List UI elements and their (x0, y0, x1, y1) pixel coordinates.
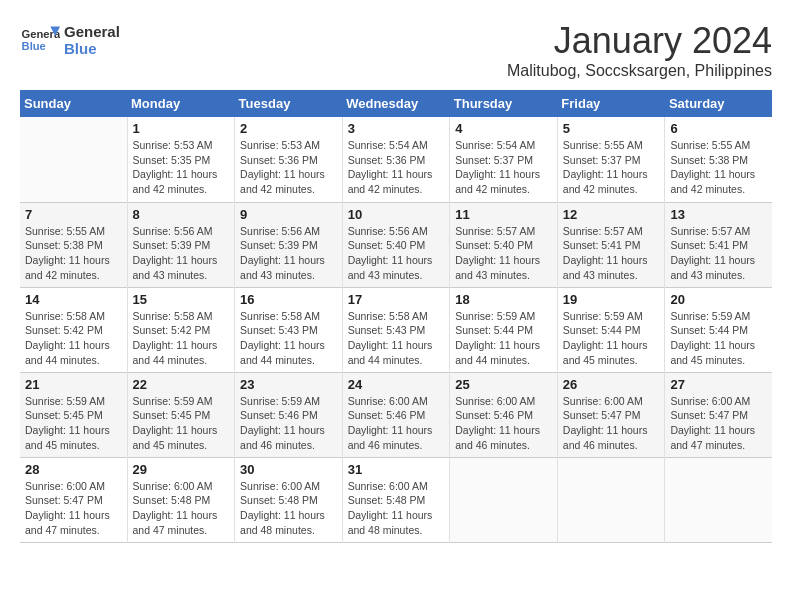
day-number: 27 (670, 377, 767, 392)
day-number: 22 (133, 377, 230, 392)
calendar-cell: 24Sunrise: 6:00 AM Sunset: 5:46 PM Dayli… (342, 372, 450, 457)
calendar-cell: 21Sunrise: 5:59 AM Sunset: 5:45 PM Dayli… (20, 372, 127, 457)
calendar-cell: 7Sunrise: 5:55 AM Sunset: 5:38 PM Daylig… (20, 202, 127, 287)
day-number: 21 (25, 377, 122, 392)
calendar-table: SundayMondayTuesdayWednesdayThursdayFrid… (20, 90, 772, 543)
calendar-cell: 31Sunrise: 6:00 AM Sunset: 5:48 PM Dayli… (342, 457, 450, 542)
calendar-cell: 18Sunrise: 5:59 AM Sunset: 5:44 PM Dayli… (450, 287, 558, 372)
calendar-cell: 28Sunrise: 6:00 AM Sunset: 5:47 PM Dayli… (20, 457, 127, 542)
day-number: 29 (133, 462, 230, 477)
calendar-cell: 19Sunrise: 5:59 AM Sunset: 5:44 PM Dayli… (557, 287, 665, 372)
day-detail: Sunrise: 5:59 AM Sunset: 5:45 PM Dayligh… (133, 394, 230, 453)
calendar-cell (665, 457, 772, 542)
col-header-thursday: Thursday (450, 90, 558, 117)
day-detail: Sunrise: 6:00 AM Sunset: 5:48 PM Dayligh… (133, 479, 230, 538)
calendar-cell: 26Sunrise: 6:00 AM Sunset: 5:47 PM Dayli… (557, 372, 665, 457)
day-number: 9 (240, 207, 337, 222)
day-detail: Sunrise: 5:55 AM Sunset: 5:38 PM Dayligh… (25, 224, 122, 283)
day-number: 14 (25, 292, 122, 307)
month-year-title: January 2024 (507, 20, 772, 62)
calendar-cell: 20Sunrise: 5:59 AM Sunset: 5:44 PM Dayli… (665, 287, 772, 372)
day-detail: Sunrise: 5:58 AM Sunset: 5:42 PM Dayligh… (133, 309, 230, 368)
day-number: 25 (455, 377, 552, 392)
calendar-cell: 14Sunrise: 5:58 AM Sunset: 5:42 PM Dayli… (20, 287, 127, 372)
calendar-cell (20, 117, 127, 202)
day-number: 4 (455, 121, 552, 136)
calendar-cell: 27Sunrise: 6:00 AM Sunset: 5:47 PM Dayli… (665, 372, 772, 457)
calendar-cell: 5Sunrise: 5:55 AM Sunset: 5:37 PM Daylig… (557, 117, 665, 202)
day-detail: Sunrise: 6:00 AM Sunset: 5:48 PM Dayligh… (348, 479, 445, 538)
day-detail: Sunrise: 5:57 AM Sunset: 5:41 PM Dayligh… (563, 224, 660, 283)
day-detail: Sunrise: 5:54 AM Sunset: 5:36 PM Dayligh… (348, 138, 445, 197)
day-detail: Sunrise: 5:58 AM Sunset: 5:43 PM Dayligh… (240, 309, 337, 368)
day-number: 28 (25, 462, 122, 477)
day-number: 6 (670, 121, 767, 136)
day-number: 19 (563, 292, 660, 307)
calendar-cell: 22Sunrise: 5:59 AM Sunset: 5:45 PM Dayli… (127, 372, 235, 457)
day-number: 23 (240, 377, 337, 392)
calendar-cell: 11Sunrise: 5:57 AM Sunset: 5:40 PM Dayli… (450, 202, 558, 287)
day-detail: Sunrise: 6:00 AM Sunset: 5:46 PM Dayligh… (455, 394, 552, 453)
day-number: 10 (348, 207, 445, 222)
col-header-tuesday: Tuesday (235, 90, 343, 117)
day-number: 7 (25, 207, 122, 222)
day-number: 20 (670, 292, 767, 307)
day-number: 5 (563, 121, 660, 136)
calendar-cell: 1Sunrise: 5:53 AM Sunset: 5:35 PM Daylig… (127, 117, 235, 202)
day-detail: Sunrise: 5:54 AM Sunset: 5:37 PM Dayligh… (455, 138, 552, 197)
day-detail: Sunrise: 5:59 AM Sunset: 5:44 PM Dayligh… (455, 309, 552, 368)
day-detail: Sunrise: 6:00 AM Sunset: 5:47 PM Dayligh… (25, 479, 122, 538)
day-detail: Sunrise: 5:56 AM Sunset: 5:39 PM Dayligh… (133, 224, 230, 283)
day-number: 31 (348, 462, 445, 477)
calendar-week-row: 28Sunrise: 6:00 AM Sunset: 5:47 PM Dayli… (20, 457, 772, 542)
day-number: 13 (670, 207, 767, 222)
logo-icon: General Blue (20, 20, 60, 60)
day-number: 18 (455, 292, 552, 307)
calendar-cell: 16Sunrise: 5:58 AM Sunset: 5:43 PM Dayli… (235, 287, 343, 372)
calendar-week-row: 14Sunrise: 5:58 AM Sunset: 5:42 PM Dayli… (20, 287, 772, 372)
calendar-cell: 13Sunrise: 5:57 AM Sunset: 5:41 PM Dayli… (665, 202, 772, 287)
day-detail: Sunrise: 5:55 AM Sunset: 5:37 PM Dayligh… (563, 138, 660, 197)
day-number: 16 (240, 292, 337, 307)
col-header-sunday: Sunday (20, 90, 127, 117)
svg-text:Blue: Blue (22, 40, 46, 52)
day-detail: Sunrise: 5:57 AM Sunset: 5:40 PM Dayligh… (455, 224, 552, 283)
col-header-monday: Monday (127, 90, 235, 117)
day-detail: Sunrise: 5:56 AM Sunset: 5:39 PM Dayligh… (240, 224, 337, 283)
day-detail: Sunrise: 5:55 AM Sunset: 5:38 PM Dayligh… (670, 138, 767, 197)
day-number: 3 (348, 121, 445, 136)
day-detail: Sunrise: 5:53 AM Sunset: 5:35 PM Dayligh… (133, 138, 230, 197)
location-subtitle: Malitubog, Soccsksargen, Philippines (507, 62, 772, 80)
day-number: 8 (133, 207, 230, 222)
day-number: 12 (563, 207, 660, 222)
logo-line2: Blue (64, 40, 120, 57)
day-detail: Sunrise: 5:59 AM Sunset: 5:44 PM Dayligh… (563, 309, 660, 368)
day-detail: Sunrise: 6:00 AM Sunset: 5:47 PM Dayligh… (670, 394, 767, 453)
calendar-cell (557, 457, 665, 542)
calendar-cell: 4Sunrise: 5:54 AM Sunset: 5:37 PM Daylig… (450, 117, 558, 202)
day-detail: Sunrise: 5:58 AM Sunset: 5:42 PM Dayligh… (25, 309, 122, 368)
day-number: 26 (563, 377, 660, 392)
col-header-wednesday: Wednesday (342, 90, 450, 117)
calendar-cell: 6Sunrise: 5:55 AM Sunset: 5:38 PM Daylig… (665, 117, 772, 202)
day-detail: Sunrise: 6:00 AM Sunset: 5:48 PM Dayligh… (240, 479, 337, 538)
calendar-week-row: 1Sunrise: 5:53 AM Sunset: 5:35 PM Daylig… (20, 117, 772, 202)
calendar-header-row: SundayMondayTuesdayWednesdayThursdayFrid… (20, 90, 772, 117)
logo: General Blue General Blue (20, 20, 120, 60)
day-detail: Sunrise: 5:59 AM Sunset: 5:45 PM Dayligh… (25, 394, 122, 453)
day-detail: Sunrise: 5:57 AM Sunset: 5:41 PM Dayligh… (670, 224, 767, 283)
calendar-cell: 15Sunrise: 5:58 AM Sunset: 5:42 PM Dayli… (127, 287, 235, 372)
day-detail: Sunrise: 5:53 AM Sunset: 5:36 PM Dayligh… (240, 138, 337, 197)
logo-line1: General (64, 23, 120, 40)
day-detail: Sunrise: 5:59 AM Sunset: 5:44 PM Dayligh… (670, 309, 767, 368)
page-header: General Blue General Blue January 2024 M… (20, 20, 772, 80)
calendar-cell: 2Sunrise: 5:53 AM Sunset: 5:36 PM Daylig… (235, 117, 343, 202)
calendar-week-row: 7Sunrise: 5:55 AM Sunset: 5:38 PM Daylig… (20, 202, 772, 287)
calendar-cell: 30Sunrise: 6:00 AM Sunset: 5:48 PM Dayli… (235, 457, 343, 542)
calendar-cell: 25Sunrise: 6:00 AM Sunset: 5:46 PM Dayli… (450, 372, 558, 457)
day-number: 30 (240, 462, 337, 477)
day-number: 15 (133, 292, 230, 307)
calendar-cell: 9Sunrise: 5:56 AM Sunset: 5:39 PM Daylig… (235, 202, 343, 287)
col-header-friday: Friday (557, 90, 665, 117)
calendar-week-row: 21Sunrise: 5:59 AM Sunset: 5:45 PM Dayli… (20, 372, 772, 457)
